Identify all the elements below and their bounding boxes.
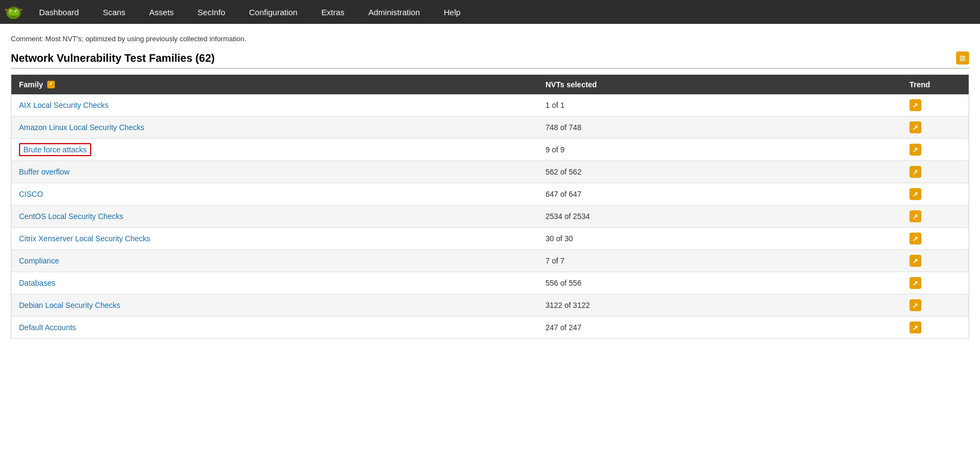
trend-cell [902,294,969,317]
nvts-header-label: NVTs selected [545,80,597,89]
family-link[interactable]: Citrix Xenserver Local Security Checks [19,234,150,243]
family-link[interactable]: Buffer overflow [19,168,69,176]
section-header: Network Vulnerability Test Families (62) [11,52,969,69]
table-body: AIX Local Security Checks1 of 1Amazon Li… [11,94,969,339]
nav-item-scans[interactable]: Scans [91,0,137,24]
nvts-cell: 647 of 647 [538,183,902,205]
trend-icon[interactable] [909,99,921,111]
nvt-families-table: Family NVTs selected Trend AIX Local Sec… [11,74,969,339]
nvts-cell: 3122 of 3122 [538,294,902,317]
nav-item-configuration[interactable]: Configuration [237,0,309,24]
trend-icon[interactable] [909,255,921,267]
trend-header: Trend [902,75,969,95]
table-row: Databases556 of 556 [11,272,969,294]
family-link[interactable]: Default Accounts [19,323,76,332]
navbar: DashboardScansAssetsSecInfoConfiguration… [0,0,980,24]
nav-items: DashboardScansAssetsSecInfoConfiguration… [27,0,980,24]
svg-point-7 [16,11,17,12]
nvts-cell: 9 of 9 [538,139,902,161]
table-row: CentOS Local Security Checks2534 of 2534 [11,205,969,228]
table-row: Brute force attacks9 of 9 [11,139,969,161]
nvts-cell: 7 of 7 [538,250,902,272]
trend-icon[interactable] [909,188,921,200]
logo-icon [3,2,24,22]
svg-point-6 [11,11,12,12]
family-cell: Citrix Xenserver Local Security Checks [11,228,538,250]
trend-header-label: Trend [909,80,930,89]
family-link[interactable]: Brute force attacks [19,143,91,156]
family-link[interactable]: CISCO [19,190,43,198]
nav-item-help[interactable]: Help [432,0,473,24]
trend-icon[interactable] [909,299,921,311]
section-title: Network Vulnerability Test Families (62) [11,52,215,65]
family-cell: Brute force attacks [11,139,538,161]
trend-cell [902,228,969,250]
logo [0,0,27,24]
family-header-label: Family [19,80,43,89]
nvts-cell: 1 of 1 [538,94,902,117]
family-cell: AIX Local Security Checks [11,94,538,117]
table-row: Debian Local Security Checks3122 of 3122 [11,294,969,317]
family-header: Family [11,75,538,95]
table-row: AIX Local Security Checks1 of 1 [11,94,969,117]
table-row: Citrix Xenserver Local Security Checks30… [11,228,969,250]
trend-icon[interactable] [909,277,921,289]
trend-icon[interactable] [909,233,921,245]
family-link[interactable]: AIX Local Security Checks [19,101,109,110]
nvts-cell: 2534 of 2534 [538,205,902,228]
trend-icon[interactable] [909,121,921,133]
main-content: Comment: Most NVT's; optimized by using … [0,24,980,350]
family-cell: Compliance [11,250,538,272]
family-cell: Default Accounts [11,317,538,339]
table-row: Compliance7 of 7 [11,250,969,272]
trend-cell [902,94,969,117]
family-cell: Databases [11,272,538,294]
family-cell: Amazon Linux Local Security Checks [11,117,538,139]
family-sort-icon[interactable] [47,81,55,88]
trend-cell [902,161,969,183]
family-link[interactable]: CentOS Local Security Checks [19,212,123,221]
trend-cell [902,250,969,272]
nav-item-assets[interactable]: Assets [137,0,186,24]
nvts-header: NVTs selected [538,75,902,95]
nvts-cell: 556 of 556 [538,272,902,294]
nvts-cell: 247 of 247 [538,317,902,339]
trend-icon[interactable] [909,166,921,178]
trend-icon[interactable] [909,321,921,333]
family-link[interactable]: Amazon Linux Local Security Checks [19,123,144,132]
trend-cell [902,183,969,205]
table-row: CISCO647 of 647 [11,183,969,205]
nvts-cell: 562 of 562 [538,161,902,183]
nav-item-administration[interactable]: Administration [357,0,432,24]
trend-cell [902,205,969,228]
trend-cell [902,117,969,139]
family-link[interactable]: Debian Local Security Checks [19,301,120,310]
trend-icon[interactable] [909,210,921,222]
family-cell: CentOS Local Security Checks [11,205,538,228]
nav-item-secinfo[interactable]: SecInfo [186,0,237,24]
nvts-cell: 30 of 30 [538,228,902,250]
trend-cell [902,317,969,339]
table-row: Default Accounts247 of 247 [11,317,969,339]
trend-icon[interactable] [909,144,921,156]
nvts-cell: 748 of 748 [538,117,902,139]
family-cell: Debian Local Security Checks [11,294,538,317]
export-button[interactable] [956,52,969,65]
trend-cell [902,272,969,294]
family-cell: CISCO [11,183,538,205]
nav-item-extras[interactable]: Extras [309,0,357,24]
family-link[interactable]: Databases [19,279,55,287]
family-link[interactable]: Compliance [19,256,59,265]
table-header: Family NVTs selected Trend [11,75,969,95]
nav-item-dashboard[interactable]: Dashboard [27,0,91,24]
trend-cell [902,139,969,161]
table-row: Buffer overflow562 of 562 [11,161,969,183]
table-row: Amazon Linux Local Security Checks748 of… [11,117,969,139]
comment-text: Comment: Most NVT's; optimized by using … [11,35,969,43]
family-cell: Buffer overflow [11,161,538,183]
